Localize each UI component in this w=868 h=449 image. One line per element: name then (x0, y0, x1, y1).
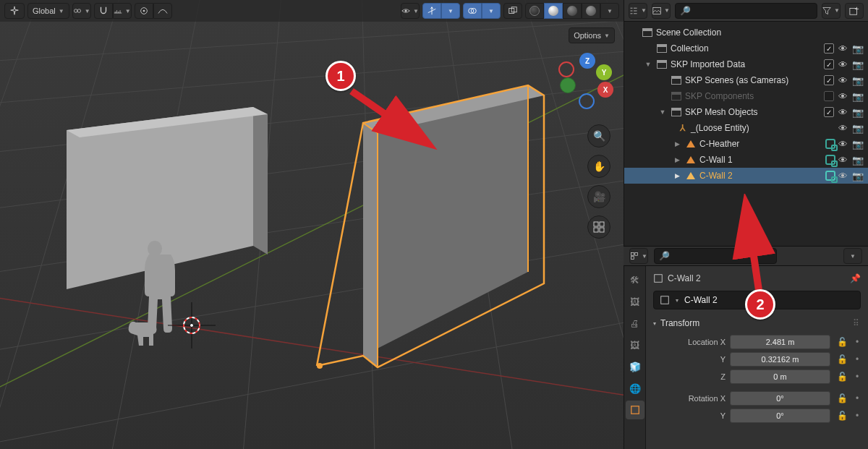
render-toggle[interactable]: 📷 (852, 43, 864, 54)
proportional-falloff[interactable] (153, 3, 172, 19)
visibility-toggle[interactable]: 👁 (838, 59, 848, 70)
visibility-toggle[interactable]: 👁 (838, 123, 848, 134)
location-z-field[interactable]: 0 m (730, 369, 830, 384)
tab-object[interactable] (626, 401, 644, 419)
overlay-toggle[interactable] (463, 3, 482, 19)
gizmo-neg-axis[interactable] (558, 61, 574, 77)
tree-c-heather[interactable]: ▶ C-Heather 👁 📷 (624, 136, 868, 152)
render-toggle[interactable]: 📷 (852, 59, 864, 70)
disclosure-triangle[interactable]: ▼ (643, 61, 653, 68)
lock-icon[interactable]: 🔓 (835, 411, 849, 421)
outliner-search[interactable]: 🔎 (675, 3, 817, 19)
lock-icon[interactable]: 🔓 (835, 337, 849, 347)
rotation-y-field[interactable]: 0° (730, 409, 830, 423)
new-collection-button[interactable] (845, 3, 864, 19)
tree-skp-imported[interactable]: ▼ SKP Imported Data ✓ 👁 📷 (624, 56, 868, 72)
snap-toggle[interactable] (94, 3, 113, 19)
gizmo-toggle[interactable] (422, 3, 441, 19)
tree-skp-scenes[interactable]: SKP Scenes (as Cameras) ✓ 👁 📷 (624, 72, 868, 88)
render-toggle[interactable]: 📷 (852, 123, 864, 134)
disclosure-triangle[interactable]: ▶ (672, 156, 682, 163)
exclude-checkbox[interactable]: ✓ (824, 107, 834, 117)
pan-button[interactable]: ✋ (587, 155, 610, 178)
properties-editor-type[interactable]: ▼ (629, 248, 648, 264)
outliner-view-dropdown[interactable]: ▼ (652, 3, 671, 19)
gizmo-neg-axis[interactable] (560, 77, 576, 93)
tab-viewlayer[interactable]: 🖼 (626, 335, 644, 354)
anim-dot[interactable]: • (854, 337, 861, 347)
visibility-toggle[interactable]: 👁 (838, 139, 848, 150)
outliner-display-mode[interactable]: ▼ (629, 3, 647, 19)
visibility-toggle[interactable]: 👁 (838, 91, 848, 102)
disclosure-triangle[interactable]: ▼ (658, 108, 668, 116)
anim-dot[interactable]: • (854, 372, 861, 382)
shading-solid[interactable] (544, 3, 563, 19)
location-y-field[interactable]: 0.32162 m (730, 352, 830, 367)
anim-dot[interactable]: • (854, 411, 861, 421)
location-x-field[interactable]: 2.481 m (730, 335, 830, 349)
snap-mode-dropdown[interactable]: ▼ (113, 3, 132, 19)
shading-dropdown[interactable]: ▼ (600, 3, 619, 19)
zoom-button[interactable]: 🔍 (587, 124, 610, 147)
visibility-toggle[interactable]: 👁 (838, 43, 848, 54)
navigation-gizmo[interactable]: Z Y X (557, 54, 608, 105)
exclude-checkbox[interactable]: ✓ (824, 43, 834, 54)
panel-menu-icon[interactable]: ⠿ (853, 318, 861, 328)
tree-c-wall-1[interactable]: ▶ C-Wall 1 👁 📷 (624, 152, 868, 168)
camera-view-button[interactable]: 🎥 (587, 185, 610, 208)
xray-toggle[interactable] (503, 3, 522, 19)
pivot-dropdown[interactable]: ▼ (72, 3, 91, 19)
gizmo-z-axis[interactable]: Z (579, 53, 595, 69)
lock-icon[interactable]: 🔓 (835, 354, 849, 364)
lock-icon[interactable]: 🔓 (835, 372, 849, 382)
rotation-x-field[interactable]: 0° (730, 391, 830, 406)
exclude-checkbox[interactable] (824, 91, 834, 101)
tree-skp-components[interactable]: SKP Components 👁 📷 (624, 88, 868, 104)
visibility-toggle[interactable]: 👁 (838, 107, 848, 118)
tab-world[interactable]: 🌐 (626, 379, 644, 398)
render-toggle[interactable]: 📷 (852, 91, 864, 102)
gizmo-x-axis[interactable]: X (597, 82, 613, 98)
exclude-checkbox[interactable]: ✓ (824, 59, 834, 69)
proportional-toggle[interactable] (135, 3, 153, 19)
visibility-dropdown[interactable]: ▼ (401, 3, 420, 19)
perspective-button[interactable] (587, 215, 610, 239)
disclosure-triangle[interactable]: ▶ (672, 172, 682, 179)
render-toggle[interactable]: 📷 (852, 107, 864, 118)
outliner-search-input[interactable] (695, 7, 812, 15)
disclosure-triangle[interactable]: ▶ (672, 140, 682, 147)
properties-options[interactable]: ▼ (843, 248, 862, 264)
orientation-dropdown[interactable]: Global ▼ (27, 3, 69, 19)
anim-dot[interactable]: • (854, 393, 861, 403)
pin-icon[interactable]: 📌 (850, 273, 861, 283)
tree-c-wall-2[interactable]: ▶ C-Wall 2 👁 📷 (624, 168, 868, 184)
visibility-toggle[interactable]: 👁 (838, 155, 848, 166)
shading-rendered[interactable] (582, 3, 600, 19)
lock-icon[interactable]: 🔓 (835, 393, 849, 403)
cursor-tool-button[interactable] (4, 3, 25, 19)
overlay-dropdown[interactable]: ▼ (482, 3, 501, 19)
options-dropdown[interactable]: Options ▼ (569, 27, 615, 43)
viewport-3d[interactable]: Global ▼ ▼ ▼ ▼ (0, 0, 624, 449)
shading-material[interactable] (563, 3, 582, 19)
tab-tool[interactable]: 🛠 (626, 270, 644, 289)
tree-skp-mesh[interactable]: ▼ SKP Mesh Objects ✓ 👁 📷 (624, 104, 868, 120)
tab-scene[interactable]: 🧊 (626, 357, 644, 376)
visibility-toggle[interactable]: 👁 (838, 75, 848, 86)
anim-dot[interactable]: • (854, 354, 861, 364)
outliner-filter[interactable]: ▼ (822, 3, 841, 19)
exclude-checkbox[interactable]: ✓ (824, 75, 834, 85)
render-toggle[interactable]: 📷 (852, 171, 864, 181)
visibility-toggle[interactable]: 👁 (838, 171, 848, 181)
render-toggle[interactable]: 📷 (852, 155, 864, 166)
render-toggle[interactable]: 📷 (852, 139, 864, 150)
tree-scene-collection[interactable]: Scene Collection (624, 25, 868, 40)
gizmo-neg-axis[interactable] (579, 93, 595, 109)
tree-collection[interactable]: Collection ✓ 👁 📷 (624, 40, 868, 56)
gizmo-y-axis[interactable]: Y (596, 64, 612, 80)
render-toggle[interactable]: 📷 (852, 75, 864, 86)
tab-render[interactable]: 🖼 (626, 292, 644, 311)
shading-wire[interactable] (525, 3, 544, 19)
tab-output[interactable]: 🖨 (626, 314, 644, 333)
tree-loose-entity[interactable]: ⅄ _(Loose Entity) 👁 📷 (624, 120, 868, 136)
